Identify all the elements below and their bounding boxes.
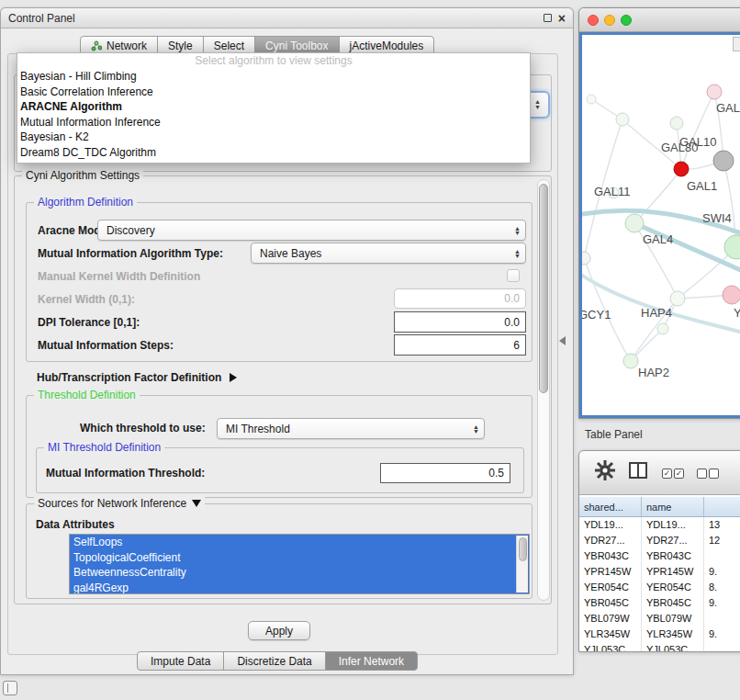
table-cell: YBR045C: [579, 595, 642, 611]
network-node[interactable]: [587, 95, 596, 104]
aracne-mode-select[interactable]: Discovery ▲▼: [97, 220, 526, 241]
gear-icon[interactable]: [594, 459, 616, 481]
data-attribute-item[interactable]: BetweennessCentrality: [70, 565, 529, 581]
checked-box-icon: ✓: [662, 469, 672, 479]
table-cell: YBR045C: [642, 595, 704, 611]
unchecked-box-icon: [697, 469, 707, 479]
algorithm-option[interactable]: Mutual Information Inference: [17, 115, 530, 130]
network-node[interactable]: [623, 354, 638, 368]
network-node-gray[interactable]: [713, 151, 734, 171]
network-node-red[interactable]: [674, 162, 689, 176]
columns-icon[interactable]: [629, 462, 647, 479]
table-row[interactable]: YBL079WYBL079W: [579, 611, 740, 627]
mi-threshold-group-title: MI Threshold Definition: [44, 441, 164, 454]
table-cell: YLR345W: [642, 627, 704, 642]
table-panel-title: Table Panel: [585, 428, 643, 441]
network-node-green[interactable]: [724, 235, 740, 259]
select-columns-checked-icon[interactable]: ✓✓: [662, 467, 686, 480]
tab-jactivemodules-label: jActiveModules: [350, 40, 424, 52]
mi-threshold-label: Mutual Information Threshold:: [46, 466, 205, 480]
network-node[interactable]: [582, 252, 590, 265]
zoom-window-icon[interactable]: [621, 15, 632, 26]
network-view-window: GAL80 GAL80 GAL10 GAL11 GAL1 SWI4 GAL4 G…: [578, 7, 740, 419]
algorithm-option[interactable]: ARACNE Algorithm: [17, 99, 530, 115]
table-row[interactable]: YDL19...YDL19...13: [579, 517, 740, 533]
settings-scrollbar-thumb[interactable]: [539, 184, 548, 393]
table-cell: YJL053C: [579, 642, 642, 652]
collapse-down-icon: [192, 500, 201, 507]
table-row[interactable]: YJL053CYJL053C: [579, 642, 740, 652]
minimize-window-icon[interactable]: [604, 15, 615, 26]
cyni-mode-tabs: Impute Data Discretize Data Infer Networ…: [137, 651, 418, 671]
canvas-scrollbar-stub[interactable]: [733, 37, 740, 51]
table-row[interactable]: YLR345WYLR345W9.: [579, 627, 740, 642]
hub-definition-label: Hub/Transcription Factor Definition: [37, 371, 221, 384]
table-toolbar: ✓✓: [579, 451, 740, 495]
tab-infer-network[interactable]: Infer Network: [325, 651, 418, 671]
apply-button[interactable]: Apply: [248, 621, 310, 640]
mi-steps-field[interactable]: 6: [394, 334, 526, 356]
table-row[interactable]: YER054CYER054C8.: [579, 580, 740, 595]
close-panel-icon[interactable]: ×: [558, 14, 566, 23]
sources-group-title[interactable]: Sources for Network Inference: [34, 497, 205, 510]
column-header-shared-name[interactable]: shared...: [579, 497, 642, 516]
select-columns-unchecked-icon[interactable]: [697, 467, 721, 480]
aracne-mode-value: Discovery: [107, 224, 155, 237]
settings-scrollbar[interactable]: [537, 179, 550, 601]
table-row[interactable]: YPR145WYPR145W9.: [579, 564, 740, 580]
tab-discretize-data[interactable]: Discretize Data: [223, 651, 325, 671]
algorithm-option[interactable]: Basic Correlation Inference: [17, 85, 530, 100]
algorithm-option[interactable]: Dream8 DC_TDC Algorithm: [17, 145, 530, 161]
mi-threshold-field[interactable]: 0.5: [380, 463, 510, 483]
tab-impute-data-label: Impute Data: [151, 655, 210, 668]
kernel-width-label: Kernel Width (0,1):: [38, 292, 135, 307]
table-cell: YPR145W: [642, 564, 704, 580]
list-scrollbar[interactable]: [516, 536, 528, 593]
table-row[interactable]: YBR043CYBR043C: [579, 548, 740, 564]
table-cell: YER054C: [642, 580, 704, 595]
algorithm-popup-list: Bayesian - Hill ClimbingBasic Correlatio…: [17, 69, 530, 160]
data-attribute-item[interactable]: SelfLoops: [70, 535, 529, 550]
algorithm-option[interactable]: Bayesian - K2: [17, 130, 530, 145]
tab-impute-data[interactable]: Impute Data: [137, 651, 224, 671]
which-threshold-select[interactable]: MI Threshold ▲▼: [217, 418, 485, 439]
network-node[interactable]: [670, 117, 683, 130]
panel-dock-icon[interactable]: [3, 681, 17, 695]
expand-right-icon: [230, 373, 237, 382]
network-node-pink[interactable]: [723, 286, 740, 304]
table-cell: YJL053C: [642, 642, 704, 652]
network-node[interactable]: [657, 323, 668, 334]
table-row[interactable]: YDR27...YDR27...12: [579, 533, 740, 548]
data-attribute-item[interactable]: TopologicalCoefficient: [70, 550, 529, 566]
hub-definition-expander[interactable]: Hub/Transcription Factor Definition: [37, 371, 237, 384]
table-cell: 12: [704, 533, 740, 548]
network-node-pink[interactable]: [707, 85, 722, 99]
combo-arrows-icon: ▲▼: [473, 423, 479, 434]
tab-network-label: Network: [107, 40, 147, 52]
mi-algorithm-type-value: Naive Bayes: [260, 247, 321, 260]
network-node[interactable]: [616, 113, 629, 126]
node-label: SWI4: [702, 211, 732, 225]
list-scrollbar-thumb[interactable]: [519, 537, 527, 561]
dpi-tolerance-field[interactable]: 0.0: [394, 311, 526, 333]
column-header-name[interactable]: name: [642, 497, 704, 516]
close-window-icon[interactable]: [588, 15, 599, 26]
manual-kernel-width-checkbox[interactable]: [507, 269, 520, 282]
threshold-definition-title: Threshold Definition: [34, 389, 140, 401]
mi-algorithm-type-select[interactable]: Naive Bayes ▲▼: [251, 243, 526, 264]
network-canvas[interactable]: GAL80 GAL80 GAL10 GAL11 GAL1 SWI4 GAL4 G…: [579, 32, 740, 418]
algorithm-option[interactable]: Bayesian - Hill Climbing: [17, 69, 530, 85]
data-attribute-item[interactable]: gal4RGexp: [70, 581, 529, 595]
manual-kernel-width-label: Manual Kernel Width Definition: [38, 269, 200, 284]
node-label: HAP4: [641, 306, 672, 320]
network-node[interactable]: [670, 291, 685, 306]
table-row[interactable]: YBR045CYBR045C9.: [579, 595, 740, 611]
network-node[interactable]: [625, 214, 644, 232]
table-cell: 9.: [704, 627, 740, 642]
control-panel-titlebar: Control Panel ×: [1, 8, 573, 28]
tab-infer-network-label: Infer Network: [339, 655, 404, 668]
data-attributes-list[interactable]: SelfLoopsTopologicalCoefficientBetweenne…: [69, 534, 530, 594]
splitter-collapse-icon[interactable]: [559, 336, 566, 345]
float-window-icon[interactable]: [544, 14, 552, 22]
column-header-extra[interactable]: [704, 497, 740, 516]
